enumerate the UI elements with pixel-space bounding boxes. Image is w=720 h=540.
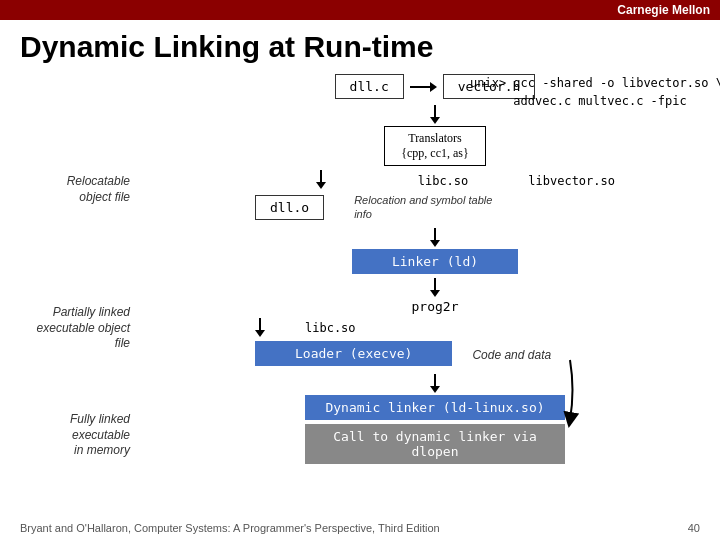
footer: Bryant and O'Hallaron, Computer Systems:… (0, 522, 720, 534)
prog2r-label: prog2r (412, 299, 459, 314)
label-relocatable: Relocatable object file (67, 174, 130, 205)
arrow-to-loader (255, 318, 265, 337)
arrow-to-prog2r (430, 278, 440, 297)
page-title: Dynamic Linking at Run-time (20, 30, 700, 64)
arrow-to-linker (430, 228, 440, 247)
libc-so-top-label: libc.so (418, 174, 469, 188)
linker-box: Linker (ld) (352, 249, 518, 274)
translators-tools: {cpp, cc1, as} (401, 146, 469, 160)
libvector-so-label: libvector.so (528, 174, 615, 188)
brand-name: Carnegie Mellon (617, 3, 710, 17)
left-labels: Relocatable object file Partially linked… (20, 174, 140, 459)
header-bar: Carnegie Mellon (0, 0, 720, 20)
back-arrow (520, 350, 580, 434)
page-number: 40 (688, 522, 700, 534)
loader-box: Loader (execve) (255, 341, 452, 366)
unix-command: unix> gcc -shared -o libvector.so \ addv… (470, 74, 700, 110)
arrow-to-translators (430, 105, 440, 124)
label-partially: Partially linked executable object file (20, 305, 130, 352)
libc-so-bottom-label: libc.so (305, 321, 356, 335)
dll-c-box: dll.c (335, 74, 404, 99)
reloc-info-text: Relocation and symbol table info (354, 193, 492, 222)
translators-box: Translators {cpp, cc1, as} (384, 126, 486, 166)
dll-o-box: dll.o (255, 195, 324, 220)
arrow-to-dllo (316, 170, 326, 189)
translators-label: Translators (408, 131, 462, 145)
arrow-dll-to-vector (410, 82, 437, 92)
right-notes: unix> gcc -shared -o libvector.so \ addv… (470, 74, 700, 110)
citation-text: Bryant and O'Hallaron, Computer Systems:… (20, 522, 440, 534)
arrow-to-dynlink (430, 374, 440, 393)
label-fully: Fully linked executable in memory (70, 412, 130, 459)
back-arrow-svg (520, 350, 580, 430)
main-content: Dynamic Linking at Run-time Relocatable … (0, 20, 720, 504)
